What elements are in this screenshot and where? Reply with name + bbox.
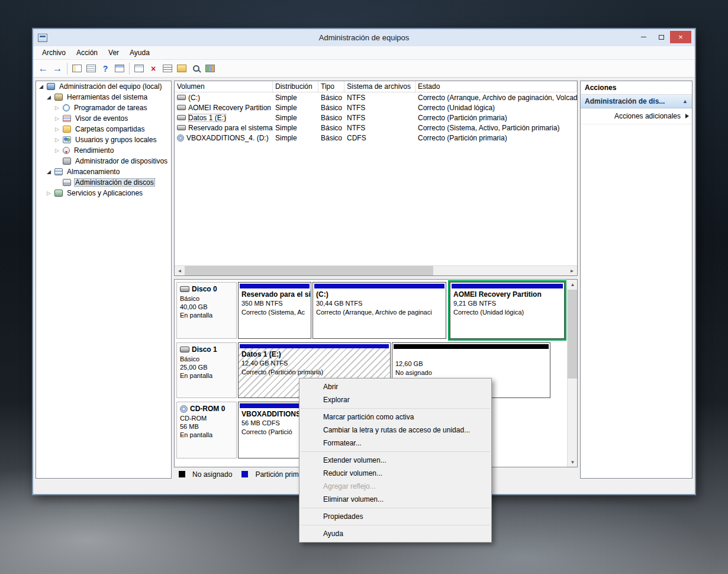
menu-item-explorar[interactable]: Explorar	[299, 393, 491, 406]
forward-button[interactable]: →	[50, 62, 65, 76]
col-header-estado[interactable]: Estado	[415, 81, 577, 92]
properties-button[interactable]	[160, 62, 175, 76]
menu-item-ayuda[interactable]: Ayuda	[299, 527, 491, 540]
col-header-tipo[interactable]: Tipo	[318, 81, 344, 92]
disk-label[interactable]: Disco 1 Básico 25,00 GB En pantalla	[176, 342, 237, 398]
col-header-sistema-archivos[interactable]: Sistema de archivos	[344, 81, 415, 92]
tree-item-disk-management[interactable]: Administración de discos	[36, 177, 171, 188]
table-row[interactable]: AOMEI Recovery Partition Simple Básico N…	[175, 102, 577, 113]
tree-item-event-viewer[interactable]: ▷ Visor de eventos	[36, 113, 171, 124]
minimize-button[interactable]	[634, 31, 652, 43]
hdd-icon	[180, 286, 189, 292]
delete-button[interactable]: ×	[146, 62, 160, 76]
table-row[interactable]: Reservado para el sistema Simple Básico …	[175, 123, 577, 133]
partition-name: (C:)	[316, 290, 443, 299]
close-button[interactable]: ×	[670, 31, 691, 43]
tree-item-computer-management[interactable]: ◢ Administración del equipo (local)	[36, 81, 171, 92]
context-menu: Abrir Explorar Marcar partición como act…	[299, 378, 492, 543]
disk-management-icon	[63, 179, 71, 186]
maximize-icon	[659, 35, 664, 40]
tree-item-storage[interactable]: ◢ Almacenamiento	[36, 166, 171, 177]
menu-item-agregar-reflejo: Agregar reflejo...	[299, 480, 491, 493]
partition-system-reserved[interactable]: Reservado para el sis 350 MB NTFS Correc…	[238, 282, 311, 339]
titlebar[interactable]: Administración de equipos ×	[33, 29, 695, 46]
col-header-distribucion[interactable]: Distribución	[273, 81, 318, 92]
menu-accion[interactable]: Acción	[71, 47, 103, 59]
services-icon	[54, 190, 63, 197]
console-tree-button[interactable]	[70, 62, 84, 76]
expander-icon[interactable]: ▷	[55, 126, 63, 132]
maximize-button[interactable]	[652, 31, 670, 43]
partition-status: Correcto (Arranque, Archivo de paginaci	[316, 308, 443, 317]
tree-item-device-manager[interactable]: Administrador de dispositivos	[36, 156, 171, 166]
menu-ver[interactable]: Ver	[103, 47, 124, 59]
menu-item-extender-volumen[interactable]: Extender volumen...	[299, 454, 491, 467]
menu-item-marcar-particion-activa[interactable]: Marcar partición como activa	[299, 411, 491, 424]
scroll-up-button[interactable]: ▲	[568, 280, 578, 289]
disk-config-button[interactable]	[203, 62, 217, 76]
tree-item-local-users-groups[interactable]: ▷ Usuarios y grupos locales	[36, 134, 171, 145]
tree-item-system-tools[interactable]: ◢ Herramientas del sistema	[36, 92, 171, 102]
menu-item-propiedades[interactable]: Propiedades	[299, 510, 491, 523]
back-button[interactable]: ←	[36, 62, 50, 76]
partition-status: Correcto (Partición primaria)	[241, 368, 387, 377]
expander-icon[interactable]: ▷	[55, 116, 63, 121]
help-button[interactable]: ?	[98, 62, 112, 76]
actions-group-label: Administración de dis...	[585, 97, 665, 105]
menu-item-reducir-volumen[interactable]: Reducir volumen...	[299, 467, 491, 480]
volume-status: Correcto (Arranque, Archivo de paginació…	[415, 92, 577, 102]
scroll-down-button[interactable]: ▼	[568, 457, 578, 467]
table-row-selected[interactable]: Datos 1 (E:) Simple Básico NTFS Correcto…	[175, 113, 577, 123]
menu-item-cambiar-letra[interactable]: Cambiar la letra y rutas de acceso de un…	[299, 424, 491, 437]
partition-c[interactable]: (C:) 30,44 GB NTFS Correcto (Arranque, A…	[313, 282, 446, 339]
partition-name: AOMEI Recovery Partition	[453, 290, 561, 299]
clock-icon	[63, 104, 70, 111]
disk-status: En pantalla	[180, 431, 233, 439]
toolbar: ← → ? ×	[33, 60, 695, 78]
toolbar-separator	[67, 63, 67, 75]
tree-item-performance[interactable]: ▷ Rendimiento	[36, 145, 171, 156]
volume-icon	[177, 125, 186, 130]
disk-label[interactable]: Disco 0 Básico 40,00 GB En pantalla	[176, 282, 237, 339]
disk-label[interactable]: CD-ROM 0 CD-ROM 56 MB En pantalla	[176, 402, 237, 458]
tree-item-task-scheduler[interactable]: ▷ Programador de tareas	[36, 102, 171, 113]
expander-icon[interactable]: ▷	[55, 105, 63, 111]
vertical-scrollbar[interactable]: ▲ ▼	[567, 280, 577, 467]
actions-additional[interactable]: Acciones adicionales	[581, 108, 692, 124]
export-list-button[interactable]	[84, 62, 98, 76]
unallocated-bar	[394, 344, 549, 349]
menu-ayuda[interactable]: Ayuda	[124, 47, 155, 59]
tree-item-shared-folders[interactable]: ▷ Carpetas compartidas	[36, 124, 171, 134]
search-button[interactable]	[189, 62, 203, 76]
col-header-volumen[interactable]: Volumen	[175, 81, 273, 92]
table-row[interactable]: (C:) Simple Básico NTFS Correcto (Arranq…	[175, 92, 577, 102]
horizontal-scrollbar[interactable]: ◄ ►	[175, 265, 577, 275]
disk-size: 56 MB	[180, 422, 233, 431]
partition-size: 9,21 GB NTFS	[453, 299, 561, 308]
menu-item-abrir[interactable]: Abrir	[299, 380, 491, 393]
tree-item-services-applications[interactable]: ▷ Servicios y Aplicaciones	[36, 188, 171, 198]
expander-icon[interactable]: ▷	[55, 137, 63, 143]
collapse-caret-icon[interactable]: ▲	[682, 98, 688, 104]
menu-item-eliminar-volumen[interactable]: Eliminar volumen...	[299, 493, 491, 506]
partition-aomei-recovery[interactable]: AOMEI Recovery Partition 9,21 GB NTFS Co…	[450, 282, 565, 339]
table-row[interactable]: VBOXADDITIONS_4. (D:) Simple Básico CDFS…	[175, 133, 577, 143]
expander-icon[interactable]: ▷	[47, 190, 54, 196]
expander-icon[interactable]: ◢	[39, 84, 47, 89]
expander-icon[interactable]: ◢	[47, 94, 54, 100]
expander-icon[interactable]: ◢	[47, 169, 54, 175]
action-pane-button[interactable]	[112, 62, 127, 76]
scrollbar-track[interactable]	[433, 266, 567, 275]
scroll-left-button[interactable]: ◄	[175, 266, 185, 275]
menu-archivo[interactable]: Archivo	[37, 47, 71, 59]
scrollbar-thumb[interactable]	[568, 290, 577, 379]
scrollbar-thumb[interactable]	[185, 266, 433, 275]
scroll-right-button[interactable]: ►	[567, 266, 577, 275]
menu-item-formatear[interactable]: Formatear...	[299, 437, 491, 450]
open-folder-button[interactable]	[175, 62, 189, 76]
disk-row-0: Disco 0 Básico 40,00 GB En pantalla Rese…	[176, 282, 565, 339]
actions-group-disk-management[interactable]: Administración de dis... ▲	[581, 95, 692, 108]
export-button[interactable]	[132, 62, 146, 76]
volume-type: Básico	[318, 133, 344, 143]
expander-icon[interactable]: ▷	[55, 147, 63, 153]
